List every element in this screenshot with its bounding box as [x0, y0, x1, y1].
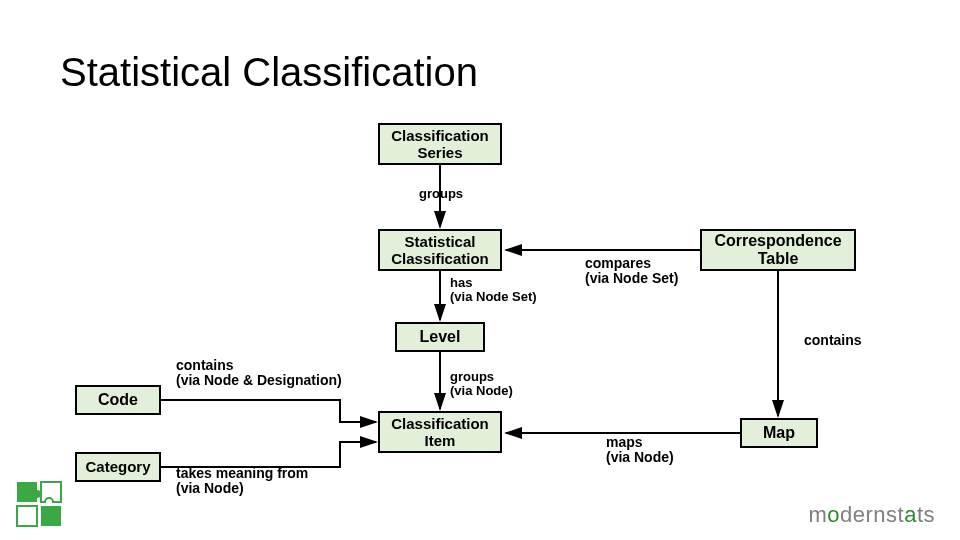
box-map: Map — [740, 418, 818, 448]
brand-part: ts — [917, 502, 935, 527]
box-label: Classification Series — [391, 127, 489, 162]
box-label: Classification Item — [391, 415, 489, 450]
box-code: Code — [75, 385, 161, 415]
label-contains-right: contains — [804, 333, 862, 348]
label-contains-left: contains (via Node & Designation) — [176, 358, 342, 389]
box-label: Category — [85, 458, 150, 475]
box-label: Correspondence Table — [714, 232, 841, 269]
box-label: Code — [98, 391, 138, 409]
box-category: Category — [75, 452, 161, 482]
box-classification-item: Classification Item — [378, 411, 502, 453]
brand-part: m — [808, 502, 827, 527]
label-groups-2: groups (via Node) — [450, 370, 513, 399]
box-classification-series: Classification Series — [378, 123, 502, 165]
box-label: Map — [763, 424, 795, 442]
page-title: Statistical Classification — [60, 50, 478, 95]
box-correspondence-table: Correspondence Table — [700, 229, 856, 271]
brand-part: a — [904, 502, 917, 527]
modernstats-logo: modernstats — [808, 502, 935, 528]
puzzle-logo-icon — [15, 480, 63, 528]
label-takes: takes meaning from (via Node) — [176, 466, 308, 497]
box-level: Level — [395, 322, 485, 352]
label-compares: compares (via Node Set) — [585, 256, 678, 287]
box-label: Statistical Classification — [391, 233, 489, 268]
label-groups-1: groups — [419, 187, 463, 201]
brand-part: o — [827, 502, 840, 527]
label-maps: maps (via Node) — [606, 435, 674, 466]
label-has: has (via Node Set) — [450, 276, 537, 305]
box-statistical-classification: Statistical Classification — [378, 229, 502, 271]
brand-part: dernst — [840, 502, 904, 527]
box-label: Level — [420, 328, 461, 346]
